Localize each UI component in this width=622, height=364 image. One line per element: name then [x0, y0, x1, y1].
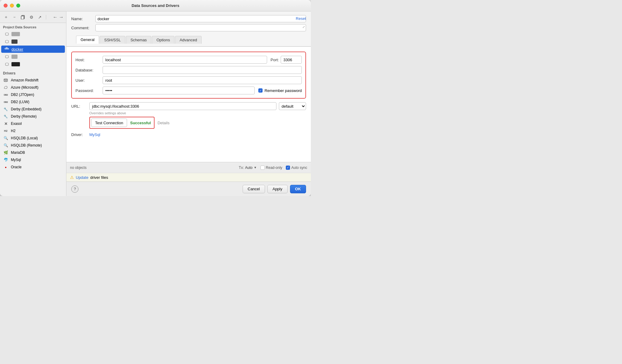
name-row: Name:: [71, 15, 306, 22]
connection-box: Host: Port: Database: User:: [71, 52, 306, 99]
forward-arrow[interactable]: →: [59, 14, 64, 20]
settings-button[interactable]: ⚙: [28, 14, 35, 21]
status-right: Tx: Auto ▼ Read-only ✓ Auto sync: [239, 166, 307, 170]
item1-icon: [4, 31, 10, 37]
test-connection-button[interactable]: Test Connection: [91, 119, 127, 127]
close-button[interactable]: [4, 4, 8, 8]
amazon-redshift-icon: [3, 78, 8, 83]
sidebar-toolbar: ＋ － ⚙ ↗ ← →: [0, 11, 66, 23]
driver-exasol[interactable]: ✕ Exasol: [0, 120, 66, 127]
hsqldb-remote-icon: 🔍: [3, 143, 8, 148]
apply-button[interactable]: Apply: [267, 185, 288, 193]
derby-remote-label: Derby (Remote): [11, 114, 37, 119]
sidebar: ＋ － ⚙ ↗ ← → Project Data Source: [0, 11, 66, 196]
driver-azure[interactable]: Azure (Microsoft): [0, 84, 66, 91]
driver-link[interactable]: MySql: [89, 132, 100, 137]
driver-mariadb[interactable]: 🌿 MariaDB: [0, 149, 66, 156]
update-link[interactable]: Update: [76, 175, 88, 180]
remove-button[interactable]: －: [11, 14, 18, 21]
item2-color: [11, 40, 18, 44]
url-row: URL: default: [71, 102, 306, 110]
warning-icon: ⚠: [70, 175, 74, 180]
tx-chevron-icon[interactable]: ▼: [254, 166, 257, 169]
driver-h2[interactable]: H2 H2: [0, 127, 66, 135]
tab-schemas[interactable]: Schemas: [126, 36, 151, 44]
driver-derby-embedded[interactable]: 🔧 Derby (Embedded): [0, 106, 66, 113]
details-link[interactable]: Details: [158, 121, 170, 125]
tab-ssh-ssl[interactable]: SSH/SSL: [100, 36, 125, 44]
db2-jtopen-label: DB2 (JTOpen): [11, 93, 34, 97]
overrides-text: Overrides settings above: [89, 111, 306, 115]
oracle-icon: ●: [3, 164, 8, 170]
password-label: Password:: [75, 88, 103, 93]
project-data-sources-label: Project Data Sources: [0, 23, 66, 30]
test-connection-box: Test Connection Successful: [89, 117, 155, 129]
db2-luw-label: DB2 (LUW): [11, 100, 29, 104]
database-input[interactable]: [103, 66, 302, 74]
port-input[interactable]: [281, 56, 302, 64]
driver-amazon-redshift[interactable]: Amazon Redshift: [0, 77, 66, 84]
tab-content: Host: Port: Database: User:: [66, 46, 311, 162]
sidebar-item-4[interactable]: [1, 53, 65, 60]
help-button[interactable]: ?: [71, 185, 78, 193]
remember-checkbox[interactable]: ✓: [258, 88, 263, 93]
azure-label: Azure (Microsoft): [11, 85, 38, 90]
status-objects-text: no objects: [70, 166, 239, 170]
hsqldb-local-icon: 🔍: [3, 135, 8, 141]
driver-db2-jtopen[interactable]: DB2 DB2 (JTOpen): [0, 91, 66, 98]
driver-oracle[interactable]: ● Oracle: [0, 163, 66, 171]
item4-color: [11, 55, 18, 59]
driver-db2-luw[interactable]: DB2 DB2 (LUW): [0, 98, 66, 106]
sidebar-item-docker[interactable]: docker: [1, 46, 65, 53]
cancel-button[interactable]: Cancel: [243, 185, 265, 193]
readonly-checkbox[interactable]: [260, 166, 265, 170]
nav-arrows: ← →: [53, 14, 64, 20]
url-select[interactable]: default: [279, 102, 306, 110]
item2-icon: [4, 39, 10, 44]
window: Data Sources and Drivers ＋ － ⚙ ↗ ←: [0, 0, 311, 196]
comment-label: Comment:: [71, 26, 95, 30]
maximize-button[interactable]: [16, 4, 20, 8]
reset-link[interactable]: Reset: [296, 16, 306, 21]
driver-mysql[interactable]: 🐬 MySql: [0, 156, 66, 163]
export-button[interactable]: ↗: [36, 14, 43, 21]
h2-icon: H2: [3, 128, 8, 134]
tab-general[interactable]: General: [76, 36, 99, 44]
user-input[interactable]: [103, 76, 302, 84]
mariadb-label: MariaDB: [11, 150, 25, 155]
tab-options[interactable]: Options: [152, 36, 174, 44]
minimize-button[interactable]: [10, 4, 14, 8]
item1-color: [11, 32, 20, 36]
hsqldb-remote-label: HSQLDB (Remote): [11, 143, 42, 147]
url-input[interactable]: [89, 102, 276, 110]
password-input[interactable]: [103, 87, 255, 94]
tab-advanced[interactable]: Advanced: [175, 36, 202, 44]
title-bar: Data Sources and Drivers: [0, 0, 311, 11]
autosync-group: ✓ Auto sync: [286, 166, 307, 170]
drivers-label: Drivers: [0, 68, 66, 77]
driver-row-label: Driver:: [71, 132, 89, 137]
driver-derby-remote[interactable]: 🔧 Derby (Remote): [0, 113, 66, 120]
port-group: Port:: [271, 56, 302, 64]
copy-button[interactable]: [19, 14, 27, 21]
driver-hsqldb-remote[interactable]: 🔍 HSQLDB (Remote): [0, 142, 66, 149]
expand-icon[interactable]: ⤢: [302, 25, 305, 29]
mysql-label: MySql: [11, 158, 21, 162]
docker-icon: [4, 46, 10, 52]
autosync-checkbox[interactable]: ✓: [286, 166, 290, 170]
add-button[interactable]: ＋: [2, 14, 10, 21]
host-input[interactable]: [103, 56, 267, 64]
hsqldb-local-label: HSQLDB (Local): [11, 136, 38, 140]
oracle-label: Oracle: [11, 165, 21, 169]
readonly-label: Read-only: [266, 166, 282, 170]
ok-button[interactable]: OK: [290, 185, 306, 193]
driver-hsqldb-local[interactable]: 🔍 HSQLDB (Local): [0, 135, 66, 142]
item5-color: [11, 62, 20, 66]
back-arrow[interactable]: ←: [53, 14, 58, 20]
sidebar-item-1[interactable]: [1, 30, 65, 38]
sidebar-item-2[interactable]: [1, 38, 65, 45]
name-input[interactable]: [95, 15, 306, 22]
comment-input[interactable]: [95, 24, 306, 31]
sidebar-item-5[interactable]: [1, 61, 65, 68]
derby-remote-icon: 🔧: [3, 114, 8, 119]
